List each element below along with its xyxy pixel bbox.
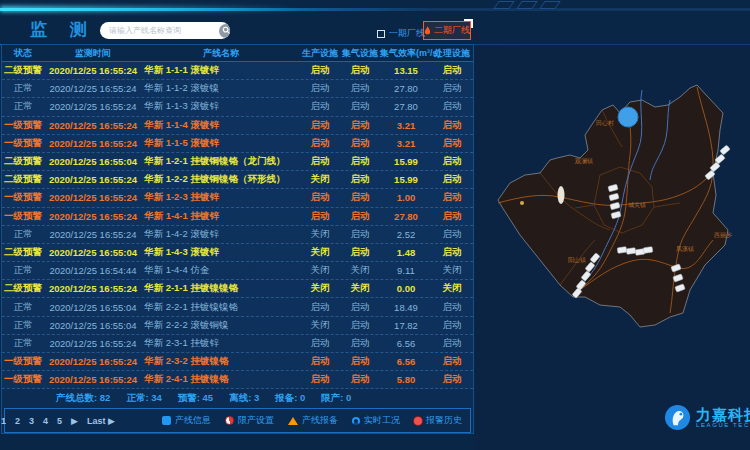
info-icon (162, 416, 171, 425)
cell-gas: 关闭 (340, 264, 380, 277)
cell-production: 关闭 (300, 228, 340, 241)
last-page-button[interactable]: Last ▶ (87, 416, 115, 426)
table-row[interactable]: 二级预警2020/12/25 16:55:24华新 2-1-1 挂镀镍镍铬关闭关… (2, 280, 473, 298)
cell-status: 二级预警 (2, 155, 44, 168)
search-box[interactable] (100, 22, 230, 39)
table-row[interactable]: 正常2020/12/25 16:55:24华新 2-3-1 挂镀锌启动启动6.5… (2, 335, 473, 353)
district-map[interactable]: 观澜镇田心村城关镇西丽乡阳山镇凤溪镇 (480, 55, 750, 405)
table-row[interactable]: 二级预警2020/12/25 16:55:24华新 1-1-1 滚镀锌启动启动1… (2, 62, 473, 80)
cell-name: 华新 1-2-2 挂镀铜镍铬（环形线） (142, 173, 300, 186)
checkbox-icon[interactable] (377, 30, 385, 38)
site-marker-icon[interactable] (617, 247, 627, 254)
phase2-button[interactable]: 二期厂线 (423, 21, 471, 40)
cell-name: 华新 2-1-1 挂镀镍镍铬 (142, 282, 300, 295)
table-row[interactable]: 正常2020/12/25 16:54:44华新 1-4-4 仿金关闭关闭9.11… (2, 262, 473, 280)
table-row[interactable]: 二级预警2020/12/25 16:55:04华新 1-4-3 滚镀锌关闭启动1… (2, 244, 473, 262)
site-marker-icon[interactable] (720, 145, 730, 155)
table-row[interactable]: 正常2020/12/25 16:55:04华新 2-2-2 滚镀铜镍关闭启动17… (2, 317, 473, 335)
table-row[interactable]: 一级预警2020/12/25 16:55:24华新 2-4-1 挂镀镍铬启动启动… (2, 371, 473, 389)
cell-treatment: 启动 (432, 355, 472, 368)
cell-treatment: 启动 (432, 246, 472, 259)
search-icon[interactable] (219, 24, 230, 38)
summary-bar: 产线总数: 82正常: 34预警: 45离线: 3报备: 0限产: 0 (2, 390, 473, 406)
legend-limit[interactable]: 限产设置 (225, 414, 274, 427)
table-row[interactable]: 一级预警2020/12/25 16:55:24华新 1-2-3 挂镀锌启动启动1… (2, 189, 473, 207)
summary-item: 限产: 0 (321, 392, 351, 405)
cell-efficiency: 17.82 (380, 320, 432, 331)
legend-realtime[interactable]: 实时工况 (352, 414, 400, 427)
cell-time: 2020/12/25 16:54:44 (44, 265, 142, 276)
next-page-button[interactable]: ▶ (71, 416, 78, 426)
legend-info[interactable]: 产线信息 (162, 414, 211, 427)
map-place-label: 城关镇 (628, 201, 646, 208)
cell-gas: 启动 (340, 373, 380, 386)
table-row[interactable]: 一级预警2020/12/25 16:55:24华新 2-3-2 挂镀镍铬启动启动… (2, 353, 473, 371)
page-button[interactable]: 1 (1, 416, 6, 426)
map-place-label: 西丽乡 (714, 231, 732, 239)
page-button[interactable]: 2 (15, 416, 20, 426)
table-row[interactable]: 正常2020/12/25 16:55:24华新 1-1-2 滚镀镍启动启动27.… (2, 80, 473, 98)
cell-efficiency: 9.11 (380, 265, 432, 276)
cell-gas: 启动 (340, 119, 380, 132)
alarm-icon (414, 417, 422, 425)
summary-item: 报备: 0 (275, 392, 305, 405)
site-marker-icon[interactable] (643, 247, 653, 254)
cell-time: 2020/12/25 16:55:04 (44, 302, 142, 313)
cell-name: 华新 1-2-1 挂镀铜镍铬（龙门线） (142, 155, 300, 168)
phase1-checkbox-group[interactable]: 一期厂线 (377, 27, 425, 40)
search-input[interactable] (100, 22, 219, 39)
dot-marker-icon[interactable] (520, 201, 524, 205)
table-row[interactable]: 一级预警2020/12/25 16:55:24华新 1-1-5 滚镀锌启动启动3… (2, 135, 473, 153)
brand-logo: 力嘉科技 LEAGUE TECH (664, 404, 750, 431)
cell-treatment: 启动 (432, 191, 472, 204)
cell-efficiency: 6.56 (380, 338, 432, 349)
cell-name: 华新 1-4-2 滚镀锌 (142, 228, 300, 241)
cell-treatment: 启动 (432, 301, 472, 314)
table-row[interactable]: 二级预警2020/12/25 16:55:04华新 1-2-1 挂镀铜镍铬（龙门… (2, 153, 473, 171)
pagination[interactable]: 12345▶Last ▶ (1, 416, 115, 426)
area-marker-icon[interactable] (558, 186, 565, 204)
cell-gas: 启动 (340, 137, 380, 150)
cell-gas: 启动 (340, 246, 380, 259)
device-marker-icon[interactable] (618, 107, 638, 127)
cell-name: 华新 1-2-3 挂镀锌 (142, 191, 300, 204)
cell-gas: 启动 (340, 100, 380, 113)
cell-efficiency: 27.80 (380, 211, 432, 222)
decor-shape (493, 1, 515, 9)
cell-status: 正常 (2, 319, 44, 332)
cell-efficiency: 13.15 (380, 65, 432, 76)
legend-report[interactable]: 产线报备 (288, 414, 338, 427)
page-button[interactable]: 4 (43, 416, 48, 426)
site-marker-icon[interactable] (626, 248, 636, 255)
summary-item: 正常: 34 (126, 392, 161, 405)
cell-name: 华新 1-1-1 滚镀锌 (142, 64, 300, 77)
cell-efficiency: 1.00 (380, 192, 432, 203)
cell-time: 2020/12/25 16:55:24 (44, 138, 142, 149)
cell-name: 华新 2-3-1 挂镀锌 (142, 337, 300, 350)
page-button[interactable]: 3 (29, 416, 34, 426)
table-row[interactable]: 正常2020/12/25 16:55:04华新 2-2-1 挂镀镍镍铬启动启动1… (2, 298, 473, 316)
cell-name: 华新 1-1-5 滚镀锌 (142, 137, 300, 150)
table-row[interactable]: 正常2020/12/25 16:55:24华新 1-1-3 滚镀锌启动启动27.… (2, 98, 473, 116)
cell-treatment: 启动 (432, 100, 472, 113)
page-button[interactable]: 5 (57, 416, 62, 426)
cell-status: 正常 (2, 337, 44, 350)
cell-efficiency: 18.49 (380, 302, 432, 313)
table-row[interactable]: 二级预警2020/12/25 16:55:24华新 1-2-2 挂镀铜镍铬（环形… (2, 171, 473, 189)
limit-icon (225, 416, 234, 425)
legend-label: 报警历史 (426, 414, 462, 427)
legend-label: 实时工况 (364, 414, 400, 427)
table-row[interactable]: 一级预警2020/12/25 16:55:24华新 1-4-1 挂镀锌启动启动2… (2, 208, 473, 226)
decor-shape (539, 1, 561, 9)
cell-status: 正常 (2, 228, 44, 241)
cell-name: 华新 1-1-4 滚镀锌 (142, 119, 300, 132)
table-row[interactable]: 正常2020/12/25 16:55:24华新 1-4-2 滚镀锌关闭启动2.5… (2, 226, 473, 244)
cell-time: 2020/12/25 16:55:24 (44, 283, 142, 294)
table-row[interactable]: 一级预警2020/12/25 16:55:24华新 1-1-4 滚镀锌启动启动3… (2, 117, 473, 135)
legend-alarm[interactable]: 报警历史 (414, 414, 462, 427)
col-header-treatment: 处理设施 (432, 47, 472, 60)
cell-gas: 启动 (340, 191, 380, 204)
phase1-label: 一期厂线 (389, 27, 425, 40)
footer-legend: 产线信息限产设置产线报备实时工况报警历史 (162, 414, 462, 427)
cell-efficiency: 15.99 (380, 174, 432, 185)
